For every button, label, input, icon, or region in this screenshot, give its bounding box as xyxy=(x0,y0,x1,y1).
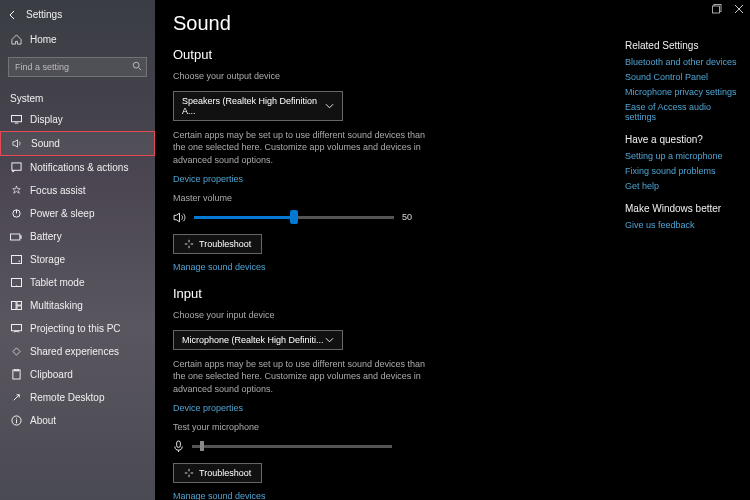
link-bluetooth[interactable]: Bluetooth and other devices xyxy=(625,57,740,67)
storage-icon xyxy=(10,255,22,264)
sound-icon xyxy=(11,138,23,149)
manage-output-link[interactable]: Manage sound devices xyxy=(173,262,266,272)
multitasking-icon xyxy=(10,301,22,310)
sidebar-item-multitasking[interactable]: Multitasking xyxy=(0,294,155,317)
battery-icon xyxy=(10,233,22,241)
group-label: System xyxy=(0,83,155,108)
svg-point-9 xyxy=(16,285,17,286)
home-icon xyxy=(10,34,22,45)
remote-icon xyxy=(10,392,22,403)
volume-value: 50 xyxy=(402,212,412,222)
volume-slider[interactable] xyxy=(194,216,394,219)
app-title: Settings xyxy=(26,9,62,20)
svg-point-0 xyxy=(133,62,139,68)
svg-rect-13 xyxy=(11,324,21,330)
sidebar-item-shared[interactable]: Shared experiences xyxy=(0,340,155,363)
output-note: Certain apps may be set up to use differ… xyxy=(173,129,433,167)
chevron-down-icon xyxy=(325,103,334,109)
search-box[interactable] xyxy=(8,57,147,77)
troubleshoot-icon xyxy=(184,468,194,478)
question-heading: Have a question? xyxy=(625,134,740,145)
svg-rect-6 xyxy=(11,255,21,263)
home-label: Home xyxy=(30,34,57,45)
link-setup-mic[interactable]: Setting up a microphone xyxy=(625,151,740,161)
projecting-icon xyxy=(10,324,22,333)
sidebar-item-sound[interactable]: Sound xyxy=(0,131,155,156)
notifications-icon xyxy=(10,162,22,173)
sidebar-item-storage[interactable]: Storage xyxy=(0,248,155,271)
link-feedback[interactable]: Give us feedback xyxy=(625,220,740,230)
svg-rect-2 xyxy=(11,163,20,170)
svg-rect-17 xyxy=(177,441,181,447)
svg-rect-12 xyxy=(16,306,21,310)
page-title: Sound xyxy=(173,12,597,35)
troubleshoot-icon xyxy=(184,239,194,249)
svg-rect-10 xyxy=(11,301,16,309)
svg-rect-1 xyxy=(11,115,21,121)
sidebar-item-focus[interactable]: Focus assist xyxy=(0,179,155,202)
microphone-icon xyxy=(173,440,184,453)
link-ease-of-access[interactable]: Ease of Access audio settings xyxy=(625,102,740,122)
sidebar: Settings Home System Display Sound Notif… xyxy=(0,0,155,500)
svg-rect-14 xyxy=(12,370,19,379)
input-device-dropdown[interactable]: Microphone (Realtek High Definiti... xyxy=(173,330,343,350)
sidebar-item-battery[interactable]: Battery xyxy=(0,225,155,248)
link-get-help[interactable]: Get help xyxy=(625,181,740,191)
search-icon xyxy=(132,61,142,71)
input-device-properties-link[interactable]: Device properties xyxy=(173,403,243,413)
input-heading: Input xyxy=(173,286,597,301)
output-device-properties-link[interactable]: Device properties xyxy=(173,174,243,184)
back-icon[interactable] xyxy=(8,10,18,20)
home-button[interactable]: Home xyxy=(0,28,155,51)
sidebar-item-notifications[interactable]: Notifications & actions xyxy=(0,156,155,179)
input-troubleshoot-button[interactable]: Troubleshoot xyxy=(173,463,262,483)
main-content: Sound Output Choose your output device S… xyxy=(155,0,615,500)
search-input[interactable] xyxy=(8,57,147,77)
master-volume-label: Master volume xyxy=(173,192,433,205)
chevron-down-icon xyxy=(325,337,334,343)
input-note: Certain apps may be set up to use differ… xyxy=(173,358,433,396)
focus-icon xyxy=(10,185,22,196)
mic-level-bar xyxy=(192,445,392,448)
close-icon[interactable] xyxy=(732,2,746,16)
svg-rect-11 xyxy=(16,301,21,305)
test-mic-label: Test your microphone xyxy=(173,421,433,434)
sidebar-item-about[interactable]: About xyxy=(0,409,155,432)
link-mic-privacy[interactable]: Microphone privacy settings xyxy=(625,87,740,97)
output-troubleshoot-button[interactable]: Troubleshoot xyxy=(173,234,262,254)
output-device-dropdown[interactable]: Speakers (Realtek High Definition A... xyxy=(173,91,343,121)
power-icon xyxy=(10,208,22,219)
svg-rect-19 xyxy=(713,6,720,13)
link-fix-sound[interactable]: Fixing sound problems xyxy=(625,166,740,176)
speaker-icon xyxy=(173,211,186,224)
related-heading: Related Settings xyxy=(625,40,740,51)
shared-icon xyxy=(10,346,22,357)
about-icon xyxy=(10,415,22,426)
restore-icon[interactable] xyxy=(710,2,724,16)
sidebar-item-power[interactable]: Power & sleep xyxy=(0,202,155,225)
sidebar-item-remote[interactable]: Remote Desktop xyxy=(0,386,155,409)
better-heading: Make Windows better xyxy=(625,203,740,214)
output-heading: Output xyxy=(173,47,597,62)
sidebar-item-clipboard[interactable]: Clipboard xyxy=(0,363,155,386)
link-sound-control-panel[interactable]: Sound Control Panel xyxy=(625,72,740,82)
sidebar-item-projecting[interactable]: Projecting to this PC xyxy=(0,317,155,340)
right-panel: Related Settings Bluetooth and other dev… xyxy=(615,0,750,500)
svg-rect-5 xyxy=(20,235,21,238)
sidebar-item-display[interactable]: Display xyxy=(0,108,155,131)
svg-rect-4 xyxy=(10,234,19,240)
svg-point-7 xyxy=(18,261,19,262)
tablet-icon xyxy=(10,278,22,287)
input-choose-label: Choose your input device xyxy=(173,309,433,322)
display-icon xyxy=(10,115,22,124)
clipboard-icon xyxy=(10,369,22,380)
sidebar-item-tablet[interactable]: Tablet mode xyxy=(0,271,155,294)
output-choose-label: Choose your output device xyxy=(173,70,433,83)
manage-input-link[interactable]: Manage sound devices xyxy=(173,491,266,500)
